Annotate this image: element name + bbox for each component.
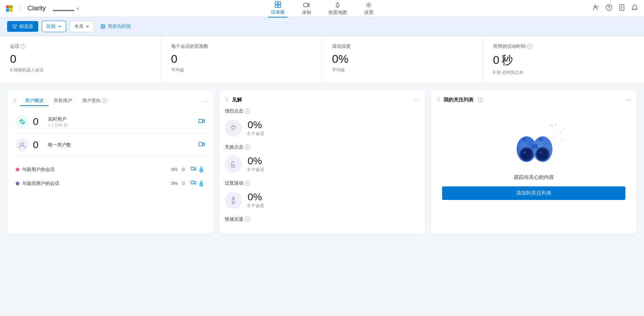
- stat-active-time-info-icon[interactable]: i: [527, 44, 532, 49]
- drag-handle-icon[interactable]: ⠿: [13, 98, 17, 105]
- rage-click-icon: [228, 123, 238, 133]
- return-user-sessions-row: 与返回用户的会话 0% 0 💧: [13, 176, 208, 190]
- stat-scroll-value: 0%: [332, 52, 473, 66]
- svg-rect-2: [6, 9, 9, 12]
- stat-sessions: 会话 i 0 0 排除机器人会话: [0, 36, 161, 83]
- return-user-actions: 💧: [190, 180, 205, 187]
- unique-label: 唯一用户数: [48, 142, 71, 148]
- return-user-funnel-icon[interactable]: 💧: [198, 180, 205, 187]
- new-user-dot: [16, 168, 19, 171]
- top-navigation: Clarity ▁▁▁▁▁▁ ∨ 仪表板 录制: [0, 0, 644, 17]
- watchlist-more-icon[interactable]: ···: [626, 96, 631, 104]
- watchlist-header: ⠿ 我的关注列表 i ···: [436, 96, 631, 104]
- session-breakdown: 与新用户的会话 0% 0 💧 与返回用户的会话 0% 0: [13, 162, 208, 190]
- svg-point-30: [233, 198, 234, 200]
- watchlist-title-label: 我的关注列表: [444, 97, 474, 103]
- excessive-scroll-pct: 0%: [248, 191, 264, 203]
- watchlist-illustration: ❄ ❄ ❄: [502, 115, 566, 169]
- svg-point-35: [558, 144, 559, 145]
- document-icon[interactable]: [618, 4, 625, 13]
- stat-active-time-sub: 0 秒 总时间之外: [493, 70, 634, 76]
- new-user-actions: 💧: [190, 166, 205, 173]
- add-to-watchlist-button[interactable]: 添加到关注列表: [442, 186, 625, 200]
- new-user-record-icon[interactable]: [190, 166, 196, 173]
- watchlist-info-icon[interactable]: i: [478, 97, 483, 102]
- new-user-funnel-icon[interactable]: 💧: [198, 166, 205, 173]
- project-name: ▁▁▁▁▁▁: [53, 5, 74, 11]
- svg-rect-1: [9, 5, 13, 8]
- date-label: 今天: [74, 23, 84, 30]
- svg-point-43: [521, 149, 532, 159]
- main-navigation: 仪表板 录制 热度地图 设置: [268, 0, 376, 17]
- watchlist-drag-icon[interactable]: ⠿: [436, 96, 441, 103]
- watchlist-empty-title: 跟踪你关心的内容: [514, 174, 554, 181]
- dashboard-icon: [274, 1, 281, 8]
- unique-record-icon[interactable]: [198, 141, 205, 149]
- filter-label: 篩选器: [19, 23, 33, 30]
- svg-marker-27: [194, 181, 196, 184]
- svg-point-44: [523, 151, 526, 154]
- settings-icon: [365, 1, 372, 9]
- segment-button[interactable]: 区段: [42, 21, 66, 32]
- svg-rect-49: [539, 138, 543, 141]
- nav-recording[interactable]: 录制: [299, 0, 314, 17]
- insights-title: 见解: [232, 97, 242, 103]
- dead-click-stats: 0% 0 个会话: [248, 155, 264, 173]
- return-user-record-icon[interactable]: [190, 180, 196, 187]
- project-selector[interactable]: ▁▁▁▁▁▁ ∨: [53, 5, 79, 11]
- rage-click-section: 强烈点击 i 0% 0 个会话: [225, 108, 420, 138]
- tab-user-overview[interactable]: 用户概述: [20, 96, 49, 106]
- segment-chevron-icon: [58, 25, 61, 28]
- microsoft-logo: [6, 5, 13, 12]
- dead-click-icon: [228, 159, 238, 169]
- new-user-count: 0: [182, 167, 184, 172]
- svg-point-33: [553, 136, 554, 137]
- users-icon[interactable]: [593, 4, 600, 13]
- new-user-sessions-row: 与新用户的会话 0% 0 💧: [13, 162, 208, 176]
- filter-icon: [12, 24, 17, 29]
- nav-settings[interactable]: 设置: [361, 0, 376, 17]
- svg-rect-24: [191, 167, 194, 170]
- save-segment-button[interactable]: 另存为区段: [98, 21, 134, 32]
- help-icon[interactable]: [605, 4, 613, 13]
- excessive-scroll-row: 0% 0 个会话: [225, 190, 420, 210]
- watchlist-content: ❄ ❄ ❄ 跟踪你关心的内容 添加到关注列表: [436, 108, 631, 207]
- realtime-users-row: 0 实时用户 < 1 分钟 前: [13, 110, 208, 134]
- quick-back-info-icon[interactable]: i: [245, 217, 250, 222]
- insights-more-icon[interactable]: ···: [414, 96, 419, 104]
- nav-heatmap[interactable]: 热度地图: [326, 0, 350, 17]
- nav-dashboard[interactable]: 仪表板: [268, 0, 288, 17]
- save-icon: [100, 24, 105, 29]
- rage-click-info-icon[interactable]: i: [245, 109, 250, 114]
- svg-rect-22: [199, 142, 203, 146]
- svg-rect-29: [232, 197, 234, 204]
- unique-users-row: 0 唯一用户数: [13, 134, 208, 157]
- tab-user-intent[interactable]: 用户意向 i: [77, 96, 112, 106]
- svg-marker-23: [203, 143, 204, 146]
- date-chevron-icon: [86, 25, 89, 28]
- user-overview-more-icon[interactable]: ···: [202, 97, 208, 105]
- realtime-record-icon[interactable]: [198, 118, 205, 126]
- date-button[interactable]: 今天: [70, 21, 94, 32]
- stat-scroll-sub: 平均值: [332, 67, 473, 73]
- insights-drag-icon[interactable]: ⠿: [225, 96, 229, 103]
- tab-all-users[interactable]: 所有用户: [49, 96, 77, 106]
- rage-click-icon-wrap: [225, 120, 242, 137]
- heatmap-icon: [334, 1, 341, 9]
- segment-label: 区段: [46, 23, 56, 30]
- svg-marker-9: [308, 4, 309, 6]
- svg-rect-4: [275, 2, 277, 4]
- svg-rect-48: [522, 138, 526, 141]
- filter-button[interactable]: 篩选器: [7, 21, 38, 32]
- tab-user-intent-info-icon[interactable]: i: [102, 98, 107, 103]
- dead-click-info-icon[interactable]: i: [245, 145, 250, 150]
- return-user-count: 0: [182, 181, 184, 186]
- notification-icon[interactable]: [631, 4, 638, 13]
- excessive-scroll-info-icon[interactable]: i: [245, 181, 250, 186]
- stat-sessions-info-icon[interactable]: i: [21, 44, 26, 49]
- stat-pages-sub: 平均值: [171, 67, 312, 73]
- stat-active-time-unit: 秒: [501, 52, 513, 68]
- insights-card: ⠿ 见解 ··· 强烈点击 i: [219, 90, 425, 234]
- realtime-icon: [16, 115, 29, 128]
- new-user-label: 与新用户的会话: [22, 166, 168, 173]
